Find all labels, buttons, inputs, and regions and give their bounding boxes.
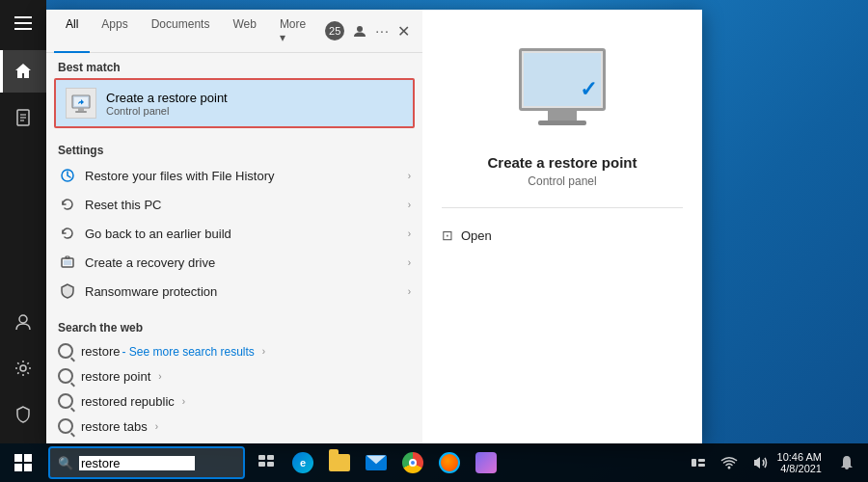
taskbar-file-explorer[interactable] <box>324 443 355 482</box>
desktop: All Apps Documents Web More ▾ 25 ··· ✕ <box>0 0 868 482</box>
web-search-section: Search the web restore- See more search … <box>46 309 422 443</box>
menu-item-ransomware[interactable]: Ransomware protection › <box>46 277 422 306</box>
svg-point-4 <box>19 315 27 323</box>
menu-item-recovery-drive[interactable]: Create a recovery drive › <box>46 248 422 277</box>
tab-more[interactable]: More ▾ <box>268 10 317 52</box>
menu-item-reset-pc[interactable]: Reset this PC › <box>46 190 422 219</box>
windows-logo <box>14 454 32 471</box>
web-item-text-0: restore- See more search results <box>81 344 255 359</box>
search-icon-2 <box>58 393 73 409</box>
web-arrow-3: › <box>155 421 158 432</box>
shield-sidebar-icon <box>14 405 33 424</box>
taskbar-search-input[interactable] <box>79 456 195 470</box>
start-menu: All Apps Documents Web More ▾ 25 ··· ✕ <box>46 10 702 443</box>
settings-section-label: Settings <box>46 136 422 161</box>
reset-pc-icon <box>58 195 77 214</box>
person-icon <box>14 312 33 332</box>
web-item-restore-point[interactable]: restore point › <box>46 363 422 388</box>
folder-icon <box>329 454 350 471</box>
preview-subtitle: Control panel <box>528 174 596 188</box>
preview-open-action[interactable]: ⊡ Open <box>442 224 683 247</box>
menu-item-file-history[interactable]: Restore your files with File History › <box>46 161 422 190</box>
taskbar: 🔍 e <box>0 443 868 482</box>
svg-rect-13 <box>64 260 71 265</box>
best-match-text: Create a restore point Control panel <box>106 91 228 117</box>
start-button[interactable] <box>0 443 46 482</box>
svg-rect-17 <box>258 462 265 467</box>
taskbar-volume[interactable] <box>746 443 773 482</box>
taskbar-edge[interactable]: e <box>287 443 318 482</box>
taskbar-wifi[interactable] <box>716 443 743 482</box>
profile-icon <box>352 23 367 39</box>
recovery-drive-icon <box>58 253 77 272</box>
arrow-icon-4: › <box>408 286 411 297</box>
taskbar-time[interactable]: 10:46 AM 4/8/2021 <box>777 451 829 474</box>
search-icon-0 <box>58 343 73 359</box>
sidebar-item-settings[interactable] <box>0 347 46 389</box>
hamburger-menu[interactable] <box>0 0 46 46</box>
monitor-stand <box>548 111 577 120</box>
tab-documents[interactable]: Documents <box>140 10 222 52</box>
web-search-label: Search the web <box>46 313 422 338</box>
preview-divider <box>442 207 683 208</box>
web-item-restored-republic[interactable]: restored republic › <box>46 388 422 414</box>
sidebar-item-document[interactable] <box>0 96 46 139</box>
clock-date: 4/8/2021 <box>777 463 822 474</box>
svg-rect-21 <box>698 464 705 467</box>
tab-all[interactable]: All <box>54 10 90 52</box>
best-match-icon <box>66 88 96 119</box>
sidebar-items <box>0 50 46 301</box>
tab-apps[interactable]: Apps <box>90 10 139 52</box>
close-icon[interactable]: ✕ <box>397 22 410 40</box>
restore-point-icon <box>70 93 92 114</box>
best-match-subtitle: Control panel <box>106 105 228 117</box>
menu-item-earlier-build[interactable]: Go back to an earlier build › <box>46 219 422 248</box>
notification-icon <box>839 455 854 470</box>
svg-rect-18 <box>267 462 274 467</box>
best-match-item[interactable]: Create a restore point Control panel <box>54 78 415 128</box>
svg-point-6 <box>357 26 363 32</box>
firefox-icon <box>439 452 460 473</box>
reset-pc-text: Reset this PC <box>85 198 400 212</box>
earlier-build-icon <box>58 224 77 243</box>
taskbar-language[interactable] <box>685 443 712 482</box>
sidebar-item-person[interactable] <box>0 301 46 343</box>
web-arrow-1: › <box>158 371 161 382</box>
search-count-badge: 25 <box>325 21 344 40</box>
arrow-icon-2: › <box>408 228 411 239</box>
taskbar-task-view[interactable] <box>251 443 282 482</box>
taskbar-notification[interactable] <box>833 443 860 482</box>
taskbar-chrome[interactable] <box>397 443 428 482</box>
hamburger-icon <box>14 16 32 30</box>
sidebar-item-security[interactable] <box>0 393 46 436</box>
svg-rect-14 <box>66 256 69 258</box>
taskbar-icons-area: e <box>251 443 502 482</box>
search-count-area: 25 ··· ✕ <box>317 10 418 52</box>
earlier-build-text: Go back to an earlier build <box>85 227 400 241</box>
search-icon-3 <box>58 418 73 434</box>
edge-icon: e <box>292 452 313 473</box>
home-icon <box>14 62 33 81</box>
sidebar-item-home[interactable] <box>0 50 46 93</box>
web-item-text-2: restored republic <box>81 394 175 409</box>
recovery-drive-text: Create a recovery drive <box>85 255 400 270</box>
web-item-restore[interactable]: restore- See more search results › <box>46 338 422 363</box>
language-icon <box>690 454 707 471</box>
taskbar-store[interactable] <box>471 443 502 482</box>
open-icon: ⊡ <box>442 228 453 243</box>
monitor-screen: ✓ <box>519 48 606 111</box>
svg-rect-9 <box>78 108 84 111</box>
taskbar-mail[interactable] <box>361 443 392 482</box>
tab-web[interactable]: Web <box>221 10 267 52</box>
web-arrow-0: › <box>262 346 265 357</box>
ransomware-icon <box>58 281 77 301</box>
taskbar-firefox[interactable] <box>434 443 465 482</box>
chrome-icon <box>402 452 423 473</box>
ellipsis-icon[interactable]: ··· <box>375 23 390 39</box>
svg-rect-20 <box>698 459 705 462</box>
taskbar-search-box[interactable]: 🔍 <box>50 448 243 477</box>
wifi-icon <box>720 454 738 471</box>
web-item-text-1: restore point <box>81 369 150 384</box>
checkmark-icon: ✓ <box>580 77 597 102</box>
web-item-restore-tabs[interactable]: restore tabs › <box>46 414 422 439</box>
